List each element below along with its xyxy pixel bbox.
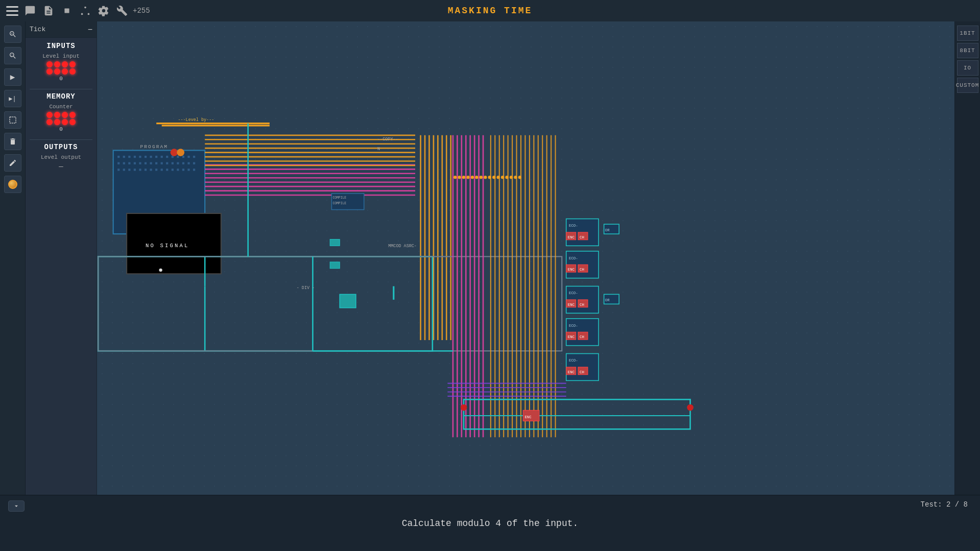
svg-rect-43 — [155, 169, 157, 171]
led-5[interactable] — [46, 68, 53, 75]
svg-rect-23 — [128, 162, 130, 164]
svg-point-56 — [159, 269, 162, 272]
cled-8[interactable] — [69, 119, 76, 125]
wrench-icon[interactable] — [116, 5, 128, 16]
svg-text:ENC: ENC — [568, 235, 575, 239]
tick-bar: Tick − — [26, 21, 97, 38]
topbar-icons — [25, 5, 128, 16]
svg-rect-21 — [117, 162, 119, 164]
svg-rect-165 — [330, 239, 340, 246]
custom-button[interactable]: CUSTOM — [957, 78, 978, 93]
play-button[interactable]: ▶ — [4, 68, 21, 86]
tick-minus-button[interactable]: − — [88, 25, 92, 34]
svg-rect-33 — [182, 162, 184, 164]
svg-rect-150 — [464, 399, 690, 429]
led-2[interactable] — [54, 61, 60, 67]
step-button[interactable]: ▶| — [4, 90, 21, 107]
chat-icon[interactable] — [25, 5, 36, 16]
svg-rect-50 — [193, 169, 195, 171]
led-3[interactable] — [62, 61, 68, 67]
canvas-area[interactable]: PROGRAM NO SIGNAL ---Level by--- — [97, 21, 954, 551]
svg-text:CH: CH — [580, 370, 584, 374]
svg-text:OR: OR — [605, 298, 610, 302]
svg-point-178 — [488, 176, 491, 179]
svg-point-52 — [171, 149, 178, 156]
svg-rect-49 — [187, 169, 189, 171]
output-dash: — — [30, 162, 92, 171]
svg-text:CH: CH — [580, 268, 584, 272]
expand-bottom-button[interactable] — [8, 500, 25, 512]
sidebar: Tick − INPUTS Level input 0 MEMORY — [26, 21, 97, 551]
svg-text:ECO-: ECO- — [569, 256, 578, 260]
svg-text:COMPILE: COMPILE — [332, 202, 346, 205]
svg-text:ENC: ENC — [568, 268, 575, 272]
svg-point-171 — [458, 176, 461, 179]
level-input-leds-row2 — [30, 68, 92, 75]
1bit-button[interactable]: 1BIT — [957, 26, 978, 41]
svg-rect-20 — [193, 156, 195, 158]
main-layout: ▶ ▶| Tick − INPUTS Level input — [0, 21, 980, 551]
svg-text:OR: OR — [605, 228, 610, 232]
svg-rect-47 — [177, 169, 179, 171]
cled-2[interactable] — [54, 112, 60, 118]
delete-button[interactable] — [4, 133, 21, 150]
svg-point-180 — [496, 176, 499, 179]
svg-text:ECO-: ECO- — [569, 224, 578, 228]
level-input-label: Level input — [30, 53, 92, 59]
svg-rect-26 — [145, 162, 147, 164]
chip-icon[interactable] — [61, 5, 73, 16]
level-output-label: Level output — [30, 154, 92, 160]
cled-7[interactable] — [62, 119, 68, 125]
cled-5[interactable] — [46, 119, 53, 125]
svg-point-177 — [484, 176, 487, 179]
svg-rect-28 — [155, 162, 157, 164]
cled-4[interactable] — [69, 112, 76, 118]
zoom-out-button[interactable] — [4, 47, 21, 64]
svg-rect-30 — [166, 162, 168, 164]
led-4[interactable] — [69, 61, 76, 67]
select-tool-button[interactable] — [4, 111, 21, 129]
bitmode-panel: 1BIT 8BIT IO CUSTOM — [954, 21, 980, 551]
svg-text:COMPILE: COMPILE — [332, 196, 346, 200]
level-input-leds-row1 — [30, 61, 92, 67]
svg-text:N: N — [377, 147, 380, 152]
svg-text:--COPY--: --COPY-- — [377, 137, 398, 142]
cled-3[interactable] — [62, 112, 68, 118]
app-title: MASKING TIME — [448, 6, 533, 16]
led-1[interactable] — [46, 61, 53, 67]
led-6[interactable] — [54, 68, 60, 75]
svg-point-170 — [453, 176, 457, 179]
svg-text:ECO-: ECO- — [569, 291, 578, 295]
topbar: +255 MASKING TIME — [0, 0, 980, 21]
svg-point-175 — [475, 176, 478, 179]
svg-point-183 — [510, 176, 513, 179]
svg-point-181 — [501, 176, 504, 179]
led-7[interactable] — [62, 68, 68, 75]
memory-title: MEMORY — [30, 92, 92, 101]
file-icon[interactable] — [43, 5, 54, 16]
svg-rect-41 — [145, 169, 147, 171]
svg-rect-34 — [187, 162, 189, 164]
svg-point-176 — [480, 176, 483, 179]
cled-6[interactable] — [54, 119, 60, 125]
svg-rect-45 — [166, 169, 168, 171]
gear-icon[interactable] — [98, 5, 109, 16]
svg-rect-37 — [123, 169, 125, 171]
svg-point-151 — [461, 404, 467, 411]
svg-rect-163 — [340, 294, 356, 307]
hamburger-menu-icon[interactable] — [6, 5, 18, 17]
edit-button[interactable] — [4, 154, 21, 172]
zoom-in-button[interactable] — [4, 26, 21, 43]
cled-1[interactable] — [46, 112, 53, 118]
io-button[interactable]: IO — [957, 60, 978, 76]
8bit-button[interactable]: 8BIT — [957, 43, 978, 58]
svg-rect-32 — [177, 162, 179, 164]
svg-text:- DIV -: - DIV - — [297, 285, 315, 291]
network-icon[interactable] — [80, 5, 91, 16]
svg-text:CH: CH — [580, 235, 584, 239]
led-8[interactable] — [69, 68, 76, 75]
divider-2 — [30, 139, 92, 140]
circle-tool-button[interactable] — [4, 176, 21, 193]
level-description: Calculate modulo 4 of the input. — [402, 518, 579, 529]
svg-rect-29 — [161, 162, 163, 164]
